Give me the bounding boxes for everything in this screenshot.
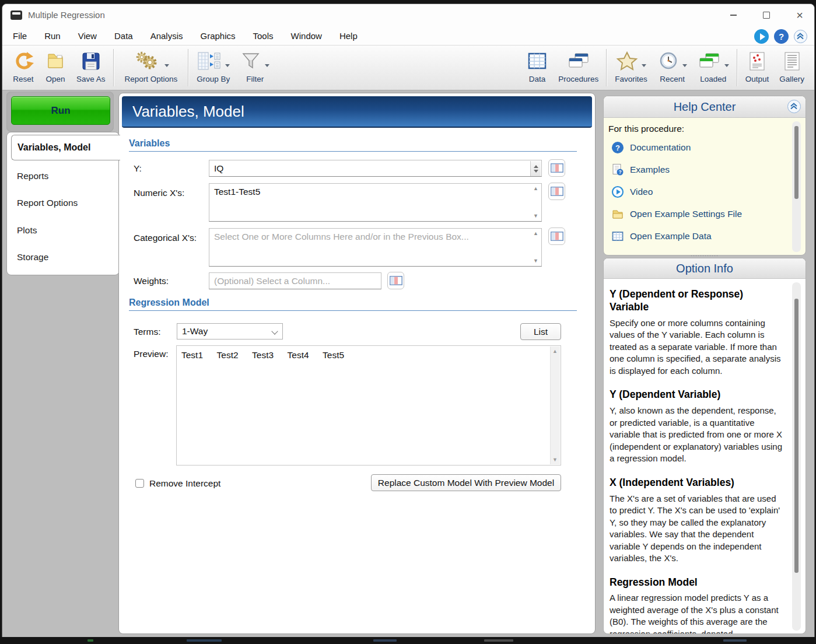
- collapse-chevrons-icon[interactable]: [794, 30, 807, 43]
- maximize-icon: [763, 12, 770, 19]
- toolbar-output-button[interactable]: Output: [740, 48, 775, 85]
- sidebar-tab-report-options[interactable]: Report Options: [11, 193, 114, 213]
- option-info-paragraph: Specify one or more columns containing v…: [610, 317, 785, 377]
- option-info-heading: X (Independent Variables): [610, 477, 776, 489]
- menu-file[interactable]: File: [13, 31, 27, 41]
- help-scrollbar-track[interactable]: [792, 121, 801, 252]
- preview-box[interactable]: Test1 Test2 Test3 Test4 Test5 ▲▼: [176, 345, 561, 466]
- help-link-video[interactable]: Video: [611, 186, 653, 198]
- toolbar-gallery-button[interactable]: Gallery: [774, 48, 810, 85]
- regression-model-section-title: Regression Model: [129, 298, 209, 308]
- toolbar-favorites-button[interactable]: Favorites: [610, 48, 653, 85]
- menu-graphics[interactable]: Graphics: [201, 31, 236, 41]
- help-link-examples[interactable]: ? Examples: [611, 163, 670, 176]
- open-folder-icon: [45, 51, 66, 72]
- menu-data[interactable]: Data: [114, 31, 133, 41]
- y-label: Y:: [134, 163, 142, 174]
- column-select-icon: [390, 276, 402, 285]
- toolbar-recent-button[interactable]: Recent: [653, 48, 692, 85]
- sidebar-tab-variables-model[interactable]: Variables, Model: [11, 135, 120, 160]
- toolbar-filter-button[interactable]: Filter: [235, 48, 275, 85]
- help-link-open-example-settings[interactable]: Open Example Settings File: [611, 208, 742, 220]
- preview-scrollbar[interactable]: ▲▼: [550, 346, 560, 464]
- menu-run[interactable]: Run: [44, 31, 61, 41]
- filter-funnel-icon: [240, 51, 261, 72]
- toolbar-right-group: Data Procedures Favorites Recent Lo: [521, 48, 810, 88]
- scroll-up-icon[interactable]: ▲: [533, 231, 538, 236]
- option-info-scrollbar-track[interactable]: [792, 282, 801, 631]
- preview-term: Test2: [217, 350, 239, 360]
- run-button[interactable]: Run: [11, 96, 110, 125]
- categorical-xs-column-select-button[interactable]: [548, 228, 565, 245]
- gears-icon: [133, 50, 161, 73]
- remove-intercept-label: Remove Intercept: [149, 478, 220, 489]
- option-info-scrollbar-thumb[interactable]: [794, 299, 799, 573]
- dropdown-arrow-icon: [225, 64, 230, 67]
- help-scrollbar-thumb[interactable]: [794, 126, 799, 199]
- toolbar-loaded-button[interactable]: Loaded: [692, 48, 734, 85]
- toolbar-reset-button[interactable]: Reset: [7, 48, 40, 85]
- maximize-button[interactable]: [753, 4, 780, 26]
- categorical-xs-input[interactable]: Select One or More Columns Here and/or i…: [209, 228, 542, 267]
- help-link-documentation[interactable]: ? Documentation: [611, 141, 691, 154]
- toolbar-procedures-button[interactable]: Procedures: [553, 48, 604, 85]
- menu-analysis[interactable]: Analysis: [150, 31, 183, 41]
- dropdown-arrow-icon: [265, 64, 269, 67]
- replace-custom-model-button[interactable]: Replace Custom Model With Preview Model: [371, 474, 561, 491]
- scroll-down-icon: ▼: [552, 457, 558, 463]
- section-rule: [129, 310, 577, 311]
- dropdown-arrow-icon: [682, 64, 687, 67]
- group-by-icon: [197, 51, 222, 72]
- weights-label: Weights:: [134, 276, 169, 286]
- menu-bar: File Run View Data Analysis Graphics Too…: [2, 26, 814, 46]
- menu-view[interactable]: View: [78, 31, 97, 41]
- weights-input[interactable]: (Optional) Select a Column...: [209, 272, 381, 289]
- y-spinner[interactable]: [530, 161, 541, 176]
- help-question-icon[interactable]: ?: [774, 29, 789, 44]
- column-select-icon: [551, 163, 563, 173]
- data-table-icon: [527, 51, 548, 72]
- y-column-select-button[interactable]: [548, 159, 565, 177]
- question-circle-icon: ?: [611, 141, 624, 154]
- close-button[interactable]: ×: [786, 4, 813, 26]
- procedures-windows-icon: [567, 51, 590, 72]
- scroll-down-icon[interactable]: ▼: [533, 258, 538, 264]
- close-icon: ×: [796, 9, 803, 21]
- spin-up-icon: [534, 165, 538, 168]
- sidebar-tab-plots[interactable]: Plots: [11, 220, 114, 240]
- menu-help[interactable]: Help: [339, 31, 358, 41]
- toolbar-save-as-button[interactable]: Save As: [71, 48, 111, 85]
- output-page-icon: [746, 51, 768, 72]
- toolbar-data-button[interactable]: Data: [521, 48, 553, 85]
- minimize-icon: [730, 15, 737, 16]
- minimize-button[interactable]: [720, 4, 747, 26]
- preview-term: Test3: [252, 350, 274, 360]
- help-link-open-example-data[interactable]: Open Example Data: [611, 230, 712, 243]
- y-input[interactable]: IQ: [209, 160, 542, 177]
- sidebar-tab-reports[interactable]: Reports: [11, 166, 114, 186]
- spin-down-icon: [534, 170, 538, 173]
- toolbar-report-options-button[interactable]: Report Options: [117, 48, 186, 85]
- terms-dropdown[interactable]: 1-Way: [177, 323, 283, 340]
- toolbar-group-by-button[interactable]: Group By: [191, 48, 235, 85]
- run-play-icon[interactable]: [754, 29, 769, 44]
- list-button[interactable]: List: [520, 323, 561, 340]
- numeric-xs-column-select-button[interactable]: [548, 183, 565, 200]
- toolbar-separator: [737, 49, 738, 86]
- remove-intercept-checkbox[interactable]: [135, 479, 144, 488]
- numeric-xs-input[interactable]: Test1-Test5 ▲ ▼: [209, 183, 542, 222]
- collapse-chevrons-icon[interactable]: [787, 100, 801, 113]
- star-icon: [616, 51, 638, 72]
- app-window: Multiple Regression × File Run View Data…: [2, 4, 815, 638]
- menu-window[interactable]: Window: [291, 31, 322, 41]
- preview-term: Test5: [323, 350, 344, 360]
- sidebar-tab-storage[interactable]: Storage: [11, 247, 114, 267]
- menu-tools[interactable]: Tools: [253, 31, 274, 41]
- scroll-up-icon[interactable]: ▲: [533, 186, 538, 191]
- toolbar-open-button[interactable]: Open: [40, 48, 71, 85]
- screen: Multiple Regression × File Run View Data…: [0, 0, 816, 644]
- play-circle-icon: [611, 186, 624, 198]
- weights-column-select-button[interactable]: [387, 272, 404, 289]
- main-panel-title: Variables, Model: [122, 96, 592, 128]
- scroll-down-icon[interactable]: ▼: [533, 214, 538, 219]
